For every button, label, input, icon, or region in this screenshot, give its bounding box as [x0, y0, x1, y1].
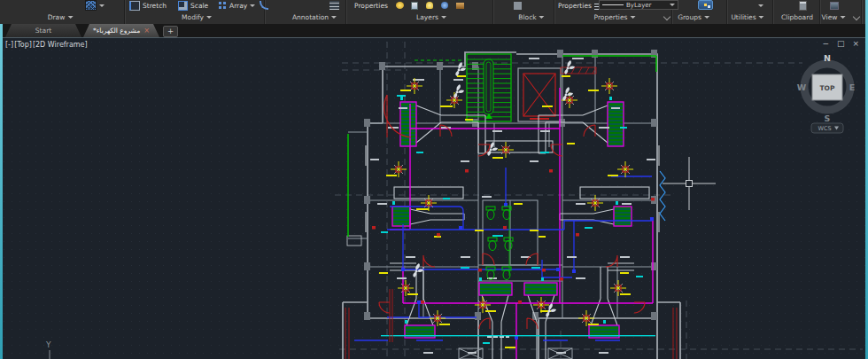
- panel-label-text: Utilities: [731, 13, 756, 21]
- chevron-down-icon: [539, 16, 545, 19]
- panel-label-text: Clipboard: [781, 13, 813, 21]
- tab-start[interactable]: Start: [5, 24, 81, 37]
- group-button[interactable]: [698, 0, 713, 10]
- panel-label-text: Modify: [182, 13, 204, 21]
- ucs-icon: Y: [45, 340, 51, 359]
- layer-freeze-icon: [411, 2, 418, 10]
- chevron-down-icon: [670, 4, 675, 6]
- layer-lock-button[interactable]: [426, 0, 433, 11]
- chevron-down-icon: [331, 16, 337, 19]
- paste-button[interactable]: [799, 0, 807, 11]
- ribbon-panel-annotation[interactable]: Annotation: [292, 12, 337, 23]
- viewport-menu-control[interactable]: [-]: [5, 41, 13, 49]
- panel-separator: [861, 0, 862, 24]
- balcony-table: [347, 236, 361, 246]
- hatch-icon: [85, 0, 97, 11]
- panel-label-text: Draw: [48, 13, 66, 21]
- chevron-down-icon: [441, 16, 446, 19]
- tab-drawing-active[interactable]: *مشروع الكهرباء ×: [83, 24, 159, 37]
- color-dropdown[interactable]: ByLayer: [599, 0, 678, 10]
- viewcube-top-label[interactable]: TOP: [820, 84, 835, 92]
- layer-color-button[interactable]: [441, 0, 448, 11]
- properties-button[interactable]: Properties: [558, 0, 603, 11]
- ribbon-panel-utilities[interactable]: Utilities: [731, 12, 763, 23]
- model-space-canvas[interactable]: Y TOP N S W E WCS [-] [Top] [2D Wirefram…: [0, 37, 868, 359]
- bylayer-label: ByLayer: [626, 2, 651, 9]
- panel-separator: [772, 0, 773, 24]
- block-insert-button[interactable]: [514, 0, 522, 11]
- layer-freeze-button[interactable]: [411, 0, 418, 11]
- crosshair-cursor: [663, 157, 716, 210]
- panel-label-text: Layers: [416, 13, 438, 21]
- file-tab-bar: Start *مشروع الكهرباء × +: [0, 24, 868, 37]
- tab-start-label: Start: [35, 27, 51, 35]
- stretch-button[interactable]: Stretch: [129, 0, 167, 11]
- ribbon-panel-groups[interactable]: Groups: [678, 12, 709, 23]
- stretch-label: Stretch: [143, 2, 167, 10]
- ucs-y-label: Y: [45, 340, 51, 349]
- chevron-down-icon: [758, 4, 763, 7]
- ribbon-panel-modify[interactable]: Modify: [182, 12, 212, 23]
- viewcube-east-label[interactable]: E: [849, 82, 856, 92]
- panel-launcher-icon[interactable]: [663, 13, 670, 20]
- drawing-viewport-graphics: Y TOP N S W E WCS: [0, 38, 868, 359]
- bylayer-line-swatch: [602, 4, 624, 5]
- ribbon-panel-draw[interactable]: Draw: [48, 12, 74, 23]
- chevron-down-icon: [67, 16, 73, 19]
- view-tool-button[interactable]: [830, 0, 839, 11]
- stretch-icon: [129, 1, 140, 11]
- ribbon: Stretch Scale Array Properties Propertie…: [0, 0, 868, 24]
- elevator-shaft: [518, 67, 596, 121]
- array-button[interactable]: Array: [219, 0, 255, 11]
- close-icon[interactable]: ×: [852, 39, 859, 48]
- panel-launcher-icon[interactable]: [853, 13, 860, 20]
- layer-color-icon: [441, 2, 448, 9]
- tab-close-icon[interactable]: ×: [143, 27, 150, 35]
- block-icon: [514, 2, 522, 10]
- layer-match-button[interactable]: [456, 0, 464, 11]
- panel-separator: [492, 0, 493, 24]
- panel-label-text: View: [822, 13, 838, 21]
- chevron-down-icon: [99, 4, 105, 7]
- panel-label-text: Groups: [678, 13, 701, 21]
- fillet-button[interactable]: [260, 0, 268, 11]
- window-border-left: [0, 24, 3, 359]
- staircase: [467, 54, 511, 121]
- panel-separator: [726, 0, 727, 24]
- chevron-down-icon: [206, 16, 212, 19]
- viewport-view-control[interactable]: [Top]: [14, 41, 32, 49]
- layer-properties-label: Properties: [354, 2, 388, 10]
- utilities-dropdown-button[interactable]: [758, 0, 763, 11]
- restore-icon[interactable]: □: [837, 39, 845, 48]
- viewport-visual-style-control[interactable]: [2D Wireframe]: [33, 41, 88, 49]
- minimize-icon[interactable]: −: [822, 39, 829, 48]
- scale-button[interactable]: Scale: [178, 0, 208, 11]
- ribbon-panel-block[interactable]: Block: [518, 12, 544, 23]
- viewport-controls: [-] [Top] [2D Wireframe]: [5, 41, 88, 49]
- panel-label-text: Properties: [594, 13, 628, 21]
- new-tab-button[interactable]: +: [163, 26, 178, 37]
- viewcube-north-label[interactable]: N: [824, 53, 831, 63]
- table-button[interactable]: [329, 0, 339, 11]
- tab-drawing-label: *مشروع الكهرباء: [93, 27, 140, 35]
- viewcube-south-label[interactable]: S: [825, 113, 831, 123]
- ribbon-panel-layers[interactable]: Layers: [416, 12, 446, 23]
- layer-state-button[interactable]: [396, 0, 404, 11]
- layer-properties-button[interactable]: Properties: [354, 0, 388, 11]
- viewcube[interactable]: TOP N S W E WCS: [797, 53, 855, 133]
- viewcube-west-label[interactable]: W: [797, 82, 807, 92]
- view-icon: [830, 2, 839, 10]
- panel-separator: [554, 0, 554, 24]
- wcs-label: WCS: [818, 125, 831, 132]
- ribbon-panel-clipboard[interactable]: Clipboard: [781, 12, 813, 23]
- chevron-down-icon: [840, 16, 845, 19]
- hatch-tool-button[interactable]: [85, 0, 105, 11]
- panel-label-text: Block: [518, 13, 536, 21]
- chevron-down-icon: [704, 16, 709, 19]
- plumbing-fixtures: [486, 205, 513, 280]
- panel-separator: [124, 0, 125, 24]
- layer-match-icon: [456, 3, 464, 9]
- array-label: Array: [229, 2, 247, 10]
- ribbon-panel-view[interactable]: View: [822, 12, 846, 23]
- ribbon-panel-properties[interactable]: Properties: [594, 12, 636, 23]
